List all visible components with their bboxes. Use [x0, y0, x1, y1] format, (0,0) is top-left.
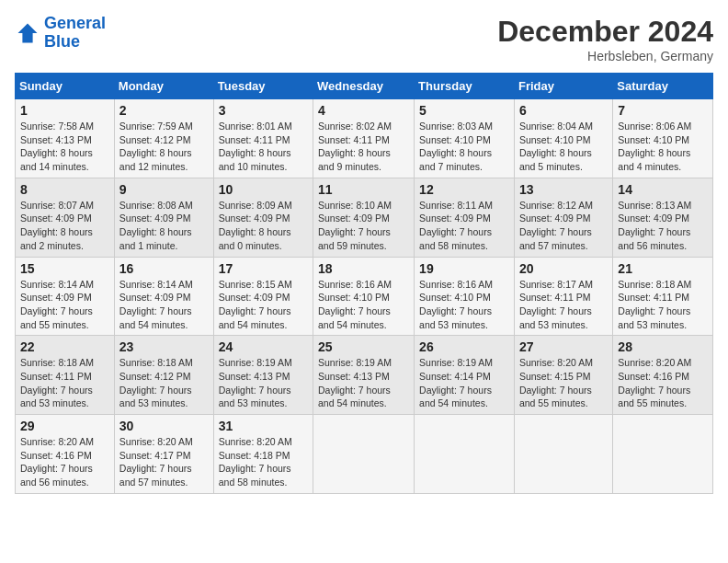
table-row: 12Sunrise: 8:11 AM Sunset: 4:09 PM Dayli… — [415, 178, 515, 257]
table-row — [415, 415, 515, 494]
day-number: 24 — [219, 339, 308, 354]
calendar-row-4: 22Sunrise: 8:18 AM Sunset: 4:11 PM Dayli… — [16, 336, 713, 415]
day-number: 21 — [618, 261, 708, 276]
table-row: 18Sunrise: 8:16 AM Sunset: 4:10 PM Dayli… — [313, 257, 415, 336]
table-row: 15Sunrise: 8:14 AM Sunset: 4:09 PM Dayli… — [16, 257, 115, 336]
day-info: Sunrise: 8:07 AM Sunset: 4:09 PM Dayligh… — [20, 199, 109, 253]
table-row: 21Sunrise: 8:18 AM Sunset: 4:11 PM Dayli… — [613, 257, 713, 336]
day-number: 1 — [20, 103, 109, 118]
day-info: Sunrise: 8:20 AM Sunset: 4:16 PM Dayligh… — [20, 435, 109, 489]
header: General Blue December 2024 Herbsleben, G… — [15, 15, 713, 63]
table-row: 5Sunrise: 8:03 AM Sunset: 4:10 PM Daylig… — [415, 99, 515, 178]
month-title: December 2024 — [497, 15, 713, 49]
day-info: Sunrise: 8:09 AM Sunset: 4:09 PM Dayligh… — [219, 199, 308, 253]
day-number: 23 — [119, 339, 209, 354]
table-row: 16Sunrise: 8:14 AM Sunset: 4:09 PM Dayli… — [114, 257, 213, 336]
col-friday: Friday — [514, 74, 612, 99]
day-info: Sunrise: 8:19 AM Sunset: 4:13 PM Dayligh… — [318, 356, 409, 410]
day-info: Sunrise: 8:14 AM Sunset: 4:09 PM Dayligh… — [119, 278, 209, 332]
day-number: 30 — [119, 419, 209, 433]
day-info: Sunrise: 8:17 AM Sunset: 4:11 PM Dayligh… — [519, 278, 608, 332]
day-number: 10 — [219, 182, 308, 197]
svg-marker-0 — [18, 23, 38, 42]
day-info: Sunrise: 7:59 AM Sunset: 4:12 PM Dayligh… — [119, 120, 209, 174]
day-info: Sunrise: 8:18 AM Sunset: 4:12 PM Dayligh… — [119, 356, 209, 410]
day-info: Sunrise: 8:02 AM Sunset: 4:11 PM Dayligh… — [318, 120, 409, 174]
table-row: 26Sunrise: 8:19 AM Sunset: 4:14 PM Dayli… — [415, 336, 515, 415]
day-number: 12 — [419, 182, 509, 197]
calendar-row-3: 15Sunrise: 8:14 AM Sunset: 4:09 PM Dayli… — [16, 257, 713, 336]
day-number: 20 — [519, 261, 608, 276]
table-row: 24Sunrise: 8:19 AM Sunset: 4:13 PM Dayli… — [213, 336, 313, 415]
table-row: 8Sunrise: 8:07 AM Sunset: 4:09 PM Daylig… — [16, 178, 115, 257]
table-row: 1Sunrise: 7:58 AM Sunset: 4:13 PM Daylig… — [16, 99, 115, 178]
day-info: Sunrise: 8:04 AM Sunset: 4:10 PM Dayligh… — [519, 120, 608, 174]
day-number: 31 — [219, 419, 308, 433]
day-number: 18 — [318, 261, 409, 276]
day-number: 28 — [618, 339, 708, 354]
table-row: 17Sunrise: 8:15 AM Sunset: 4:09 PM Dayli… — [213, 257, 313, 336]
title-area: December 2024 Herbsleben, Germany — [497, 15, 713, 63]
day-number: 2 — [119, 103, 209, 118]
table-row: 13Sunrise: 8:12 AM Sunset: 4:09 PM Dayli… — [514, 178, 612, 257]
calendar-row-1: 1Sunrise: 7:58 AM Sunset: 4:13 PM Daylig… — [16, 99, 713, 178]
table-row: 7Sunrise: 8:06 AM Sunset: 4:10 PM Daylig… — [613, 99, 713, 178]
day-number: 14 — [618, 182, 708, 197]
table-row: 9Sunrise: 8:08 AM Sunset: 4:09 PM Daylig… — [114, 178, 213, 257]
logo-general: General — [44, 14, 106, 32]
day-info: Sunrise: 8:20 AM Sunset: 4:15 PM Dayligh… — [519, 356, 608, 410]
table-row: 11Sunrise: 8:10 AM Sunset: 4:09 PM Dayli… — [313, 178, 415, 257]
day-info: Sunrise: 8:20 AM Sunset: 4:16 PM Dayligh… — [618, 356, 708, 410]
table-row — [313, 415, 415, 494]
col-thursday: Thursday — [415, 74, 515, 99]
day-info: Sunrise: 8:16 AM Sunset: 4:10 PM Dayligh… — [318, 278, 409, 332]
col-monday: Monday — [114, 74, 213, 99]
day-number: 6 — [519, 103, 608, 118]
day-info: Sunrise: 8:16 AM Sunset: 4:10 PM Dayligh… — [419, 278, 509, 332]
col-saturday: Saturday — [613, 74, 713, 99]
table-row: 3Sunrise: 8:01 AM Sunset: 4:11 PM Daylig… — [213, 99, 313, 178]
col-tuesday: Tuesday — [213, 74, 313, 99]
table-row: 29Sunrise: 8:20 AM Sunset: 4:16 PM Dayli… — [16, 415, 115, 494]
day-info: Sunrise: 8:11 AM Sunset: 4:09 PM Dayligh… — [419, 199, 509, 253]
calendar-header-row: Sunday Monday Tuesday Wednesday Thursday… — [16, 74, 713, 99]
table-row: 4Sunrise: 8:02 AM Sunset: 4:11 PM Daylig… — [313, 99, 415, 178]
day-info: Sunrise: 8:06 AM Sunset: 4:10 PM Dayligh… — [618, 120, 708, 174]
day-number: 5 — [419, 103, 509, 118]
table-row: 22Sunrise: 8:18 AM Sunset: 4:11 PM Dayli… — [16, 336, 115, 415]
day-info: Sunrise: 8:20 AM Sunset: 4:17 PM Dayligh… — [119, 435, 209, 489]
day-info: Sunrise: 8:19 AM Sunset: 4:13 PM Dayligh… — [219, 356, 308, 410]
day-info: Sunrise: 8:10 AM Sunset: 4:09 PM Dayligh… — [318, 199, 409, 253]
day-number: 8 — [20, 182, 109, 197]
day-info: Sunrise: 8:12 AM Sunset: 4:09 PM Dayligh… — [519, 199, 608, 253]
day-info: Sunrise: 8:03 AM Sunset: 4:10 PM Dayligh… — [419, 120, 509, 174]
logo: General Blue — [15, 15, 106, 52]
table-row — [514, 415, 612, 494]
day-number: 26 — [419, 339, 509, 354]
logo-icon — [15, 20, 40, 46]
location-title: Herbsleben, Germany — [497, 49, 713, 63]
day-number: 13 — [519, 182, 608, 197]
day-info: Sunrise: 8:13 AM Sunset: 4:09 PM Dayligh… — [618, 199, 708, 253]
table-row — [613, 415, 713, 494]
day-info: Sunrise: 8:18 AM Sunset: 4:11 PM Dayligh… — [20, 356, 109, 410]
table-row: 31Sunrise: 8:20 AM Sunset: 4:18 PM Dayli… — [213, 415, 313, 494]
table-row: 10Sunrise: 8:09 AM Sunset: 4:09 PM Dayli… — [213, 178, 313, 257]
table-row: 6Sunrise: 8:04 AM Sunset: 4:10 PM Daylig… — [514, 99, 612, 178]
col-wednesday: Wednesday — [313, 74, 415, 99]
table-row: 14Sunrise: 8:13 AM Sunset: 4:09 PM Dayli… — [613, 178, 713, 257]
day-info: Sunrise: 8:19 AM Sunset: 4:14 PM Dayligh… — [419, 356, 509, 410]
day-number: 7 — [618, 103, 708, 118]
day-number: 25 — [318, 339, 409, 354]
table-row: 20Sunrise: 8:17 AM Sunset: 4:11 PM Dayli… — [514, 257, 612, 336]
day-info: Sunrise: 8:15 AM Sunset: 4:09 PM Dayligh… — [219, 278, 308, 332]
calendar-row-5: 29Sunrise: 8:20 AM Sunset: 4:16 PM Dayli… — [16, 415, 713, 494]
table-row: 25Sunrise: 8:19 AM Sunset: 4:13 PM Dayli… — [313, 336, 415, 415]
table-row: 19Sunrise: 8:16 AM Sunset: 4:10 PM Dayli… — [415, 257, 515, 336]
day-number: 19 — [419, 261, 509, 276]
logo-text: General Blue — [44, 15, 106, 52]
day-info: Sunrise: 8:01 AM Sunset: 4:11 PM Dayligh… — [219, 120, 308, 174]
day-number: 3 — [219, 103, 308, 118]
day-number: 29 — [20, 419, 109, 433]
day-number: 4 — [318, 103, 409, 118]
